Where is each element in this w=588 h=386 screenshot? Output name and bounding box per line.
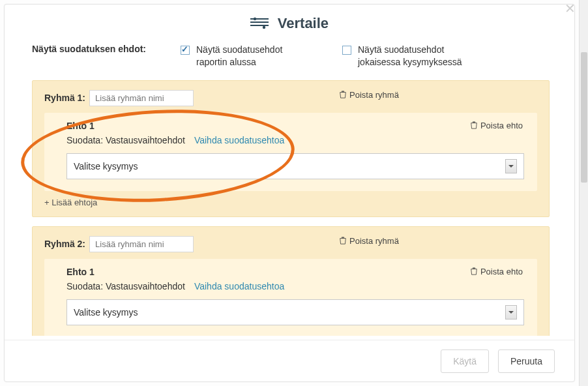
condition-filter-line: Suodata: Vastausvaihtoehdot Vaihda suoda…: [66, 135, 524, 145]
checkbox-icon[interactable]: [342, 46, 351, 55]
chevron-down-icon[interactable]: [505, 305, 517, 319]
chevron-down-icon[interactable]: [505, 159, 517, 173]
question-select-wrap: Valitse kysymys: [66, 153, 524, 179]
delete-condition-label: Poista ehto: [480, 121, 523, 130]
change-filter-link[interactable]: Vaihda suodatusehtoa: [194, 281, 284, 291]
condition-card: Ehto 1 Poista ehto Suodata: Vastausvaiht…: [44, 113, 537, 191]
checkbox-each-question[interactable]: Näytä suodatusehdot jokaisessa kysymykse…: [342, 44, 486, 68]
outer-scroll-thumb[interactable]: [581, 52, 587, 183]
add-condition-link[interactable]: + Lisää ehtoja: [44, 198, 537, 207]
trash-icon: [339, 237, 347, 246]
svg-rect-1: [250, 22, 269, 23]
group-card-2: Ryhmä 2: Poista ryhmä Ehto 1 Poista ehto: [32, 226, 550, 336]
condition-title: Ehto 1: [66, 121, 524, 131]
trash-icon: [339, 91, 347, 100]
group-label: Ryhmä 1:: [44, 93, 85, 103]
filter-prefix: Suodata: Vastausvaihtoehdot: [66, 135, 185, 145]
apply-button[interactable]: Käytä: [441, 349, 489, 373]
outer-scrollbar[interactable]: [579, 0, 588, 386]
question-select[interactable]: Valitse kysymys: [66, 153, 524, 179]
trash-icon: [470, 121, 478, 131]
change-filter-link[interactable]: Vaihda suodatusehtoa: [194, 135, 284, 145]
group-header: Ryhmä 1:: [44, 90, 537, 106]
delete-group-link[interactable]: Poista ryhmä: [339, 236, 399, 246]
group-name-input[interactable]: [89, 90, 194, 106]
condition-filter-line: Suodata: Vastausvaihtoehdot Vaihda suoda…: [66, 281, 524, 291]
delete-condition-label: Poista ehto: [480, 267, 523, 276]
checkbox-report-start[interactable]: Näytä suodatusehdot raportin alussa: [181, 44, 311, 68]
delete-condition-link[interactable]: Poista ehto: [470, 267, 523, 277]
checkbox-label: Näytä suodatusehdot raportin alussa: [196, 44, 311, 68]
filter-display-row: Näytä suodatuksen ehdot: Näytä suodatuse…: [32, 44, 550, 68]
group-card-1: Ryhmä 1: Poista ryhmä Ehto 1 Poista ehto: [32, 80, 550, 217]
svg-rect-3: [250, 25, 269, 26]
svg-point-2: [263, 26, 265, 29]
checkbox-label: Näytä suodatusehdot jokaisessa kysymykse…: [358, 44, 486, 68]
condition-title: Ehto 1: [66, 267, 524, 277]
checkbox-icon[interactable]: [181, 46, 190, 55]
dialog-footer: Käytä Peruuta: [5, 340, 574, 381]
dialog-title: Vertaile: [278, 15, 329, 32]
question-select-value: Valitse kysymys: [74, 161, 138, 171]
group-header: Ryhmä 2:: [44, 236, 537, 252]
delete-group-label: Poista ryhmä: [349, 90, 399, 100]
question-select[interactable]: Valitse kysymys: [66, 299, 524, 325]
condition-card: Ehto 1 Poista ehto Suodata: Vastausvaiht…: [44, 259, 537, 336]
compare-icon: [250, 16, 269, 31]
group-name-input[interactable]: [89, 236, 194, 252]
delete-group-label: Poista ryhmä: [349, 236, 399, 246]
trash-icon: [470, 267, 478, 277]
dialog-header: Vertaile: [5, 5, 574, 40]
dialog-body: Näytä suodatuksen ehdot: Näytä suodatuse…: [5, 44, 574, 336]
question-select-wrap: Valitse kysymys: [66, 299, 524, 325]
question-select-value: Valitse kysymys: [74, 307, 138, 318]
group-label: Ryhmä 2:: [44, 239, 85, 249]
svg-rect-4: [250, 18, 269, 20]
cancel-button[interactable]: Peruuta: [498, 349, 555, 373]
close-icon[interactable]: ✕: [563, 2, 577, 16]
delete-condition-link[interactable]: Poista ehto: [470, 121, 523, 131]
delete-group-link[interactable]: Poista ryhmä: [339, 90, 399, 100]
filter-display-label: Näytä suodatuksen ehdot:: [32, 44, 149, 54]
compare-dialog: ✕ Vertaile Näytä suodatuksen ehdot: Näyt…: [4, 4, 575, 382]
filter-prefix: Suodata: Vastausvaihtoehdot: [66, 281, 185, 291]
